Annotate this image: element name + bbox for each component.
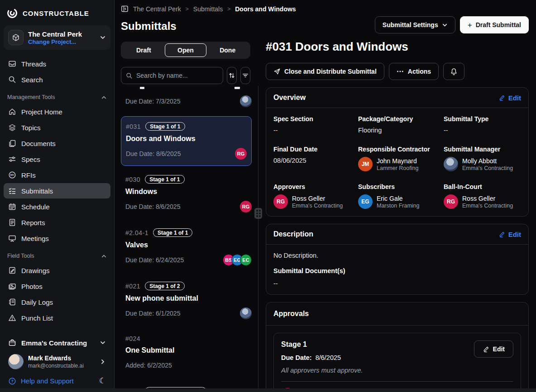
list-item-021[interactable]: #021 Stage 1 of 2 New phone submittal Du… [115,277,258,325]
notifications-button[interactable] [443,63,464,80]
stage-edit-button[interactable]: Edit [474,340,513,358]
section-field-tools[interactable]: Field Tools [4,246,110,263]
sidebar-item-photos[interactable]: Photos [4,279,110,294]
sidebar: CONSTRUCTABLE The Central Perk Change Pr… [0,0,115,392]
sidebar-item-label: Documents [21,140,56,147]
divider [281,381,513,382]
chevron-up-icon [101,253,107,259]
sidebar-item-label: Search [21,76,43,84]
sidebar-item-project-home[interactable]: Project Home [4,104,110,119]
sidebar-item-schedule[interactable]: Schedule [4,199,110,214]
user-name: Mark Edwards [28,354,84,363]
sidebar-item-search[interactable]: Search [4,72,110,87]
description-edit-button[interactable]: Edit [498,231,521,238]
sidebar-item-label: Threads [21,60,46,68]
rfi-icon: RFI [8,171,16,179]
list-item-due: Added: 6/2/2025 [125,362,172,369]
person-name: Ross Geller [292,194,343,203]
close-distribute-label: Close and Distribute Submittal [284,68,377,75]
list-item-number: #031 [126,123,141,130]
sidebar-item-topics[interactable]: Topics [4,120,110,135]
description-title: Description [273,230,313,238]
svg-text:RFI: RFI [10,174,14,176]
submittal-settings-button[interactable]: Submittal Settings [375,16,455,33]
sidebar-item-specs[interactable]: Specs [4,151,110,167]
dark-mode-toggle-icon[interactable]: ☾ [99,376,106,386]
search-input[interactable] [136,72,218,79]
status-tabs: Draft Open Done [121,42,250,59]
chevron-up-icon [101,94,107,100]
project-name: The Central Perk [28,30,82,38]
list-item-number: #024 [125,335,140,342]
breadcrumb-project[interactable]: The Central Perk [133,5,181,13]
avatar-rg: RG [240,201,252,213]
chevron-down-icon [442,22,448,28]
edit-label: Edit [508,231,521,238]
tab-done[interactable]: Done [206,43,249,57]
documents-value: -- [273,280,521,287]
tab-draft[interactable]: Draft [123,43,165,57]
documents-label: Submittal Document(s) [273,267,521,274]
search-row [121,67,250,84]
overview-edit-button[interactable]: Edit [498,94,521,102]
breadcrumb-current: Doors and Windows [235,5,296,13]
list-item-number: #030 [125,176,140,183]
field-subscribers: Subscribers EG Eric Gale Marston Framing [358,183,444,209]
sidebar-item-label: Daily Logs [21,298,53,306]
app-window: CONSTRUCTABLE The Central Perk Change Pr… [0,0,536,392]
avatar-photo [444,157,458,171]
sidebar-item-meetings[interactable]: Meetings [4,231,110,246]
sidebar-item-rfis[interactable]: RFI RFIs [4,167,110,183]
field-value: -- [444,127,521,134]
section-management-tools[interactable]: Management Tools [4,88,110,104]
chevron-right-icon [100,359,106,365]
section-label-text: Field Tools [7,253,34,259]
panel-resize-handle[interactable] [254,208,262,219]
sidebar-item-punch-list[interactable]: Punch List [4,310,110,326]
list-item-due: Due Date: 6/24/2025 [125,256,184,264]
sidebar-item-daily-logs[interactable]: Daily Logs [4,294,110,310]
list-item-number: #021 [125,283,140,290]
help-and-support[interactable]: ? Help and Support ☾ [4,373,110,387]
draft-submittal-button[interactable]: + Draft Submittal [460,16,529,33]
list-item-due: Due Date: 6/1/2025 [125,310,180,317]
field-label: Package/Category [358,115,444,123]
list-item-024[interactable]: #024 One Submittal Added: 6/2/2025 [115,331,258,377]
collapse-sidebar-icon[interactable] [121,5,129,13]
sidebar-item-label: Topics [21,124,41,132]
sidebar-item-threads[interactable]: Threads [4,56,110,71]
list-item-2-04-1[interactable]: #2.04-1 Stage 1 of 1 Valves Due Date: 6/… [115,224,258,271]
change-project-link[interactable]: Change Project... [28,38,82,45]
briefcase-icon [8,339,16,347]
pencil-icon [483,346,489,353]
field-value: Flooring [358,127,444,134]
user-menu[interactable]: Mark Edwards mark@constructable.ai [4,351,110,373]
sidebar-item-drawings[interactable]: Drawings [4,263,110,278]
sort-arrows-icon [228,72,235,79]
actions-button[interactable]: ⋯ Actions [389,63,439,80]
field-submittal-type: Submittal Type -- [444,115,521,134]
list-item-030[interactable]: #030 Stage 1 of 1 Windows Due Date: 8/6/… [115,170,258,218]
approvals-card: Approvals Stage 1 Edit Due Date:8/6/2025… [266,302,529,392]
layers-icon [8,123,16,132]
breadcrumb-separator: > [227,6,230,12]
breadcrumb-submittals[interactable]: Submittals [193,5,223,13]
list-item-due: Due Date: 8/6/2025 [125,203,180,210]
filter-button[interactable] [240,67,250,84]
tab-open[interactable]: Open [165,43,207,57]
sidebar-item-label: Project Home [21,108,62,116]
project-selector[interactable]: The Central Perk Change Project... [4,25,110,50]
sidebar-item-documents[interactable]: Documents [4,136,110,151]
close-distribute-button[interactable]: Close and Distribute Submittal [266,63,384,80]
list-item-partial[interactable]: Due Date: 7/3/2025 [115,86,258,113]
approvals-title: Approvals [273,310,309,318]
search-box[interactable] [121,67,223,84]
notebook-icon [8,298,16,306]
sort-button[interactable] [227,67,237,84]
field-final-due-date: Final Due Date 08/06/2025 [273,146,358,171]
list-item-031[interactable]: #031 Stage 1 of 1 Doors and Windows Due … [121,116,252,166]
sidebar-item-submittals[interactable]: Submittals [4,183,110,198]
sidebar-item-reports[interactable]: Reports [4,215,110,230]
constructable-logo-icon [6,7,18,19]
org-selector[interactable]: Emma's Contracting [4,335,110,351]
